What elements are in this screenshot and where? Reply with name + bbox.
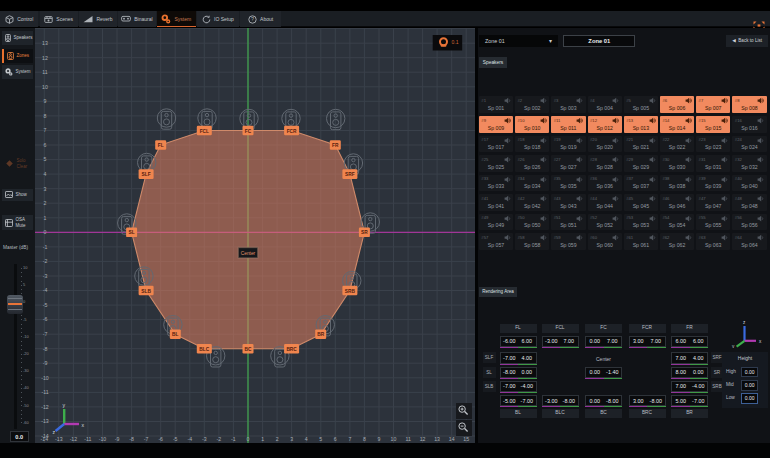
svg-text:-2: -2 bbox=[43, 258, 48, 264]
svg-text:x: x bbox=[82, 422, 85, 428]
svg-text:0: 0 bbox=[247, 436, 250, 442]
svg-text:x: x bbox=[759, 339, 762, 344]
svg-text:BLC: BLC bbox=[199, 347, 209, 352]
svg-text:-11: -11 bbox=[84, 436, 91, 442]
svg-text:14: 14 bbox=[449, 436, 455, 442]
svg-text:-11: -11 bbox=[41, 389, 48, 395]
svg-text:z: z bbox=[743, 320, 746, 325]
svg-text:-3: -3 bbox=[202, 436, 207, 442]
svg-text:SR: SR bbox=[361, 230, 368, 235]
svg-text:-2: -2 bbox=[217, 436, 222, 442]
svg-text:-13: -13 bbox=[55, 436, 63, 442]
svg-text:Center: Center bbox=[241, 251, 256, 256]
svg-text:15: 15 bbox=[463, 436, 469, 442]
svg-text:9: 9 bbox=[378, 436, 381, 442]
svg-text:7: 7 bbox=[348, 436, 351, 442]
svg-text:5: 5 bbox=[319, 436, 322, 442]
svg-text:z: z bbox=[53, 429, 56, 435]
svg-text:-8: -8 bbox=[43, 346, 48, 352]
svg-text:-1: -1 bbox=[231, 436, 236, 442]
svg-text:FCR: FCR bbox=[287, 129, 297, 134]
svg-text:1: 1 bbox=[44, 215, 47, 221]
svg-text:5: 5 bbox=[44, 156, 47, 162]
svg-text:4: 4 bbox=[305, 436, 308, 442]
svg-text:-5: -5 bbox=[173, 436, 178, 442]
svg-text:3: 3 bbox=[290, 436, 293, 442]
svg-text:-4: -4 bbox=[187, 436, 192, 442]
svg-text:12: 12 bbox=[42, 55, 48, 61]
svg-text:-4: -4 bbox=[43, 287, 48, 293]
svg-text:-3: -3 bbox=[43, 273, 48, 279]
svg-text:13: 13 bbox=[434, 436, 440, 442]
svg-text:1: 1 bbox=[261, 436, 264, 442]
svg-text:10: 10 bbox=[42, 84, 48, 90]
svg-text:2: 2 bbox=[276, 436, 279, 442]
svg-text:11: 11 bbox=[42, 69, 47, 75]
svg-text:7: 7 bbox=[44, 127, 47, 133]
svg-text:-6: -6 bbox=[43, 316, 48, 322]
svg-text:-8: -8 bbox=[129, 436, 134, 442]
svg-text:BR: BR bbox=[317, 332, 324, 337]
svg-text:BC: BC bbox=[245, 347, 252, 352]
svg-text:SLF: SLF bbox=[142, 172, 151, 177]
svg-text:-12: -12 bbox=[70, 436, 78, 442]
svg-text:-9: -9 bbox=[43, 360, 48, 366]
svg-text:BL: BL bbox=[172, 332, 178, 337]
svg-text:?: ? bbox=[251, 16, 254, 22]
svg-text:FC: FC bbox=[245, 129, 252, 134]
svg-text:9: 9 bbox=[44, 98, 47, 104]
svg-text:6: 6 bbox=[44, 142, 47, 148]
svg-text:SL: SL bbox=[129, 230, 135, 235]
svg-text:-6: -6 bbox=[158, 436, 163, 442]
svg-text:4: 4 bbox=[44, 171, 47, 177]
svg-text:-1: -1 bbox=[43, 244, 48, 250]
svg-text:8: 8 bbox=[363, 436, 366, 442]
svg-text:-13: -13 bbox=[41, 418, 49, 424]
svg-text:13: 13 bbox=[42, 40, 48, 46]
svg-text:SLB: SLB bbox=[141, 289, 151, 294]
svg-text:-5: -5 bbox=[43, 302, 48, 308]
svg-text:SRB: SRB bbox=[345, 289, 356, 294]
svg-text:8: 8 bbox=[44, 113, 47, 119]
svg-text:BRC: BRC bbox=[286, 347, 297, 352]
svg-text:-7: -7 bbox=[144, 436, 149, 442]
svg-text:FL: FL bbox=[158, 143, 164, 148]
svg-text:FCL: FCL bbox=[200, 129, 209, 134]
svg-text:y: y bbox=[732, 344, 735, 349]
svg-text:y: y bbox=[63, 402, 66, 408]
svg-text:0.1: 0.1 bbox=[452, 39, 459, 45]
svg-text:-10: -10 bbox=[99, 436, 107, 442]
svg-text:FR: FR bbox=[332, 143, 339, 148]
svg-text:12: 12 bbox=[420, 436, 426, 442]
svg-text:SRF: SRF bbox=[345, 172, 355, 177]
svg-text:-14: -14 bbox=[41, 436, 49, 442]
svg-text:-7: -7 bbox=[43, 331, 48, 337]
svg-text:6: 6 bbox=[334, 436, 337, 442]
svg-text:10: 10 bbox=[391, 436, 397, 442]
svg-text:-10: -10 bbox=[41, 375, 49, 381]
svg-text:-9: -9 bbox=[115, 436, 120, 442]
svg-text:11: 11 bbox=[405, 436, 410, 442]
svg-text:-12: -12 bbox=[41, 404, 49, 410]
svg-text:3: 3 bbox=[44, 186, 47, 192]
svg-text:0: 0 bbox=[44, 229, 47, 235]
svg-text:2: 2 bbox=[44, 200, 47, 206]
